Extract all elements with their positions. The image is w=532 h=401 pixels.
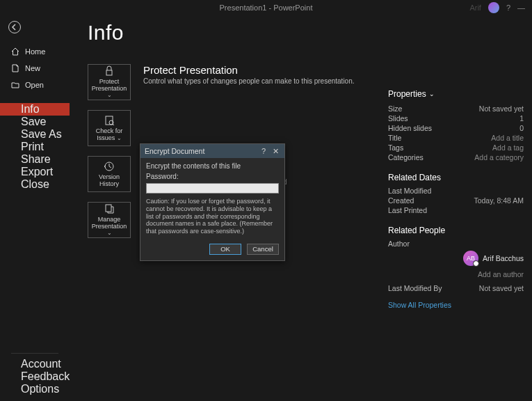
prop-tags-value[interactable]: Add a tag xyxy=(492,143,524,152)
sidebar-label: Close xyxy=(21,178,49,190)
prop-categories-label: Categories xyxy=(388,153,424,162)
sidebar-item-info[interactable]: Info xyxy=(0,103,70,116)
lastmod-label: Last Modified xyxy=(388,187,431,195)
version-history-tile[interactable]: Version History xyxy=(88,156,131,192)
prop-hidden-label: Hidden slides xyxy=(388,124,432,132)
sidebar-label: Account xyxy=(21,358,61,370)
dialog-close-button[interactable]: ✕ xyxy=(273,147,279,156)
manage-presentation-tile[interactable]: Manage Presentation ⌄ xyxy=(88,202,131,238)
add-author-link[interactable]: Add an author xyxy=(478,270,524,278)
sidebar-item-options[interactable]: Options xyxy=(0,383,70,395)
sidebar-item-feedback[interactable]: Feedback xyxy=(0,370,70,383)
cancel-button[interactable]: Cancel xyxy=(247,244,279,255)
related-dates-header: Related Dates xyxy=(388,173,524,182)
sidebar-divider xyxy=(11,353,58,354)
dialog-titlebar[interactable]: Encrypt Document ? ✕ xyxy=(140,144,284,158)
lastprinted-label: Last Printed xyxy=(388,206,427,214)
sidebar-item-account[interactable]: Account xyxy=(0,358,70,370)
sidebar-item-save-as[interactable]: Save As xyxy=(0,128,70,141)
svg-rect-0 xyxy=(106,70,112,75)
sidebar-label: Share xyxy=(21,153,51,165)
minimize-icon[interactable]: — xyxy=(517,3,525,12)
sidebar-item-open[interactable]: Open xyxy=(0,77,70,93)
sidebar-label: Home xyxy=(25,47,45,56)
related-people-header: Related People xyxy=(388,226,524,235)
sidebar-label: Options xyxy=(21,383,59,395)
document-title: Presentation1 - PowerPoint xyxy=(220,3,313,12)
author-name: Arif Bacchus xyxy=(483,254,524,262)
prop-title-value[interactable]: Add a title xyxy=(491,134,524,142)
check-issues-tile[interactable]: Check for Issues ⌄ xyxy=(88,110,131,146)
lastmodby-value: Not saved yet xyxy=(479,284,524,292)
protect-presentation-tile[interactable]: Protect Presentation ⌄ xyxy=(88,64,131,100)
created-label: Created xyxy=(388,196,414,205)
inspect-icon xyxy=(104,115,115,126)
ok-button[interactable]: OK xyxy=(209,244,241,255)
sidebar-item-close[interactable]: Close xyxy=(0,178,70,191)
sidebar-label: Save xyxy=(21,116,46,127)
sidebar-label: Feedback xyxy=(21,370,70,382)
svg-rect-4 xyxy=(106,205,111,212)
help-icon[interactable]: ? xyxy=(506,3,510,12)
password-label: Password: xyxy=(146,173,279,180)
sidebar-label: New xyxy=(25,64,40,72)
encrypt-document-dialog: Encrypt Document ? ✕ Encrypt the content… xyxy=(140,143,285,261)
sidebar-label: Export xyxy=(21,166,53,178)
sidebar-item-print[interactable]: Print xyxy=(0,141,70,153)
sidebar-item-home[interactable]: Home xyxy=(0,43,70,60)
sidebar-item-export[interactable]: Export xyxy=(0,166,70,178)
author-label: Author xyxy=(388,239,410,248)
dialog-instruction: Encrypt the contents of this file xyxy=(146,162,279,170)
sidebar: Home New Open Info Save Save As Print Sh… xyxy=(0,15,70,401)
sidebar-label: Print xyxy=(21,141,44,152)
dialog-title-text: Encrypt Document xyxy=(145,147,204,155)
manage-icon xyxy=(104,203,115,214)
chevron-down-icon: ⌄ xyxy=(107,92,112,98)
chevron-down-icon: ⌄ xyxy=(117,135,122,141)
prop-slides-value: 1 xyxy=(519,114,524,123)
tile-label: Protect Presentation ⌄ xyxy=(90,79,128,100)
tile-label: Manage Presentation ⌄ xyxy=(90,217,128,237)
dialog-caution: Caution: If you lose or forget the passw… xyxy=(146,198,279,235)
properties-panel: Properties⌄ SizeNot saved yet Slides1 Hi… xyxy=(388,89,524,309)
page-title: Info xyxy=(88,21,518,45)
author-avatar-icon[interactable]: AB xyxy=(463,251,478,266)
sidebar-label: Save As xyxy=(21,128,62,140)
prop-slides-label: Slides xyxy=(388,114,408,123)
sidebar-label: Info xyxy=(21,103,40,115)
lastmodby-label: Last Modified By xyxy=(388,284,442,292)
tile-label: Version History xyxy=(99,174,120,188)
back-button[interactable] xyxy=(8,21,21,33)
prop-size-value: Not saved yet xyxy=(479,104,524,113)
titlebar: Presentation1 - PowerPoint Arif ? — xyxy=(0,0,532,15)
open-icon xyxy=(11,81,19,89)
prop-categories-value[interactable]: Add a category xyxy=(474,153,524,162)
history-icon xyxy=(104,161,115,172)
home-icon xyxy=(11,47,19,56)
titlebar-user-area: Arif ? — xyxy=(469,2,525,13)
prop-tags-label: Tags xyxy=(388,143,403,152)
user-name: Arif xyxy=(469,3,481,12)
created-value: Today, 8:48 AM xyxy=(474,196,524,205)
prop-size-label: Size xyxy=(388,104,402,113)
chevron-down-icon: ⌄ xyxy=(429,91,435,97)
sidebar-label: Open xyxy=(25,81,44,89)
tile-label: Check for Issues ⌄ xyxy=(96,128,123,142)
sidebar-item-new[interactable]: New xyxy=(0,60,70,77)
sidebar-item-share[interactable]: Share xyxy=(0,153,70,166)
prop-title-label: Title xyxy=(388,134,401,142)
protect-title: Protect Presentation xyxy=(143,64,355,76)
dialog-help-button[interactable]: ? xyxy=(261,147,266,155)
new-icon xyxy=(11,64,19,72)
show-all-properties-link[interactable]: Show All Properties xyxy=(388,301,451,309)
lock-icon xyxy=(104,65,115,77)
properties-header[interactable]: Properties⌄ xyxy=(388,89,524,99)
avatar-icon[interactable] xyxy=(488,2,499,13)
password-input[interactable] xyxy=(146,183,279,194)
sidebar-item-save[interactable]: Save xyxy=(0,116,70,128)
protect-desc: Control what types of changes people can… xyxy=(143,77,355,85)
prop-hidden-value: 0 xyxy=(519,124,524,132)
chevron-down-icon: ⌄ xyxy=(107,230,112,236)
